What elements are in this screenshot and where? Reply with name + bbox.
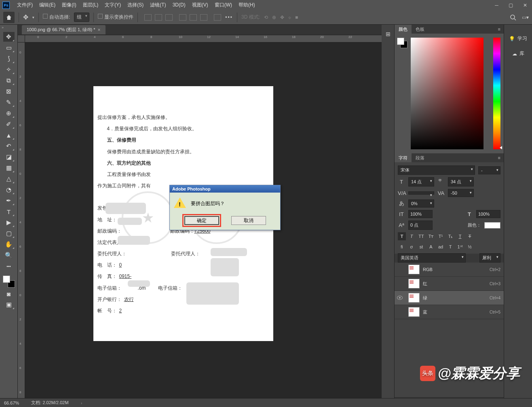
hand-tool[interactable]: ✋ <box>3 240 15 249</box>
menu-image[interactable]: 图像(I) <box>59 0 79 10</box>
font-family-select[interactable]: 宋体 <box>398 165 475 175</box>
auto-select-checkbox[interactable]: 自动选择: <box>43 14 70 21</box>
channel-row-红[interactable]: ▬▬▬▬▬▬红Ctrl+3 <box>395 277 504 291</box>
move-tool[interactable]: ✥ <box>3 32 15 42</box>
menu-3d[interactable]: 3D(D) <box>169 0 189 10</box>
menu-filter[interactable]: 滤镜(T) <box>147 0 169 10</box>
menu-select[interactable]: 选择(S) <box>124 0 147 10</box>
eraser-tool[interactable]: ◪ <box>3 152 15 162</box>
align-middle-icon[interactable] <box>190 14 197 21</box>
underline-button[interactable]: T <box>456 232 464 240</box>
text-color-swatch[interactable] <box>484 222 500 229</box>
language-select[interactable]: 美国英语 <box>398 253 466 263</box>
color-field[interactable] <box>411 38 483 149</box>
doc-info[interactable]: 文档: 2.02M/2.02M <box>31 400 68 406</box>
bold-button[interactable]: T <box>398 232 406 240</box>
vscale-input[interactable]: 0% <box>408 199 434 208</box>
tracking-input[interactable]: -50 <box>448 189 474 197</box>
antialias-select[interactable]: 犀利 <box>479 253 500 263</box>
path-select-tool[interactable]: ▶ <box>3 218 15 227</box>
cancel-button[interactable]: 取消 <box>231 216 266 225</box>
ruler-vertical[interactable]: 0 2 4 6 8 0 2 4 6 8 0 2 4 6 8 <box>18 42 25 407</box>
foreground-color[interactable] <box>3 276 10 283</box>
document-tab[interactable]: 1000.png @ 66.7% (图层 1, 绿/8) * × <box>22 25 106 34</box>
window-maximize-button[interactable]: ▢ <box>504 0 518 10</box>
edit-toolbar[interactable]: ••• <box>3 261 15 271</box>
char-panel-menu[interactable]: ≡ <box>495 155 504 160</box>
color-panel-menu[interactable]: ≡ <box>495 27 504 32</box>
gradient-tool[interactable]: ▦ <box>3 163 15 173</box>
show-transform-checkbox[interactable]: 显示变换控件 <box>98 14 133 21</box>
align-left-icon[interactable] <box>144 14 152 21</box>
visibility-toggle[interactable] <box>395 296 405 300</box>
align-right-icon[interactable] <box>165 14 173 21</box>
leading-input[interactable]: 34 点 <box>448 177 474 187</box>
menu-window[interactable]: 窗口(W) <box>211 0 235 10</box>
strike-button[interactable]: T <box>466 232 474 240</box>
menu-view[interactable]: 视图(V) <box>189 0 211 10</box>
healing-tool[interactable]: ⊕ <box>3 108 15 118</box>
half-button[interactable]: ½ <box>466 243 474 251</box>
font-size-input[interactable]: 14 点 <box>408 177 434 187</box>
marquee-tool[interactable]: ▭ <box>3 43 15 53</box>
tab-paragraph[interactable]: 段落 <box>412 153 429 162</box>
menu-file[interactable]: 文件(F) <box>14 0 36 10</box>
home-button[interactable] <box>3 12 15 23</box>
ok-button[interactable]: 确定 <box>184 216 219 225</box>
menu-type[interactable]: 文字(Y) <box>101 0 124 10</box>
ruler-horizontal[interactable]: 0 2 4 6 8 10 12 14 16 18 20 22 <box>25 35 382 42</box>
subscript-button[interactable]: T₁ <box>446 232 454 240</box>
history-brush-tool[interactable]: ↶ <box>3 141 15 151</box>
a-button[interactable]: A <box>427 243 435 251</box>
frame-tool[interactable]: ⊠ <box>3 87 15 96</box>
blur-tool[interactable]: △ <box>3 174 15 184</box>
color-swatches[interactable] <box>3 276 15 288</box>
library-panel-button[interactable]: ☁库 <box>504 46 532 61</box>
smallcaps-button[interactable]: Tᴛ <box>427 232 435 240</box>
channel-row-绿[interactable]: ▬▬▬▬▬▬绿Ctrl+4 <box>395 291 504 305</box>
align-center-h-icon[interactable] <box>155 14 162 21</box>
zoom-tool[interactable]: 🔍 <box>3 250 15 260</box>
distribute-h-icon[interactable] <box>214 14 221 21</box>
tab-swatches[interactable]: 色板 <box>412 25 429 34</box>
search-icon[interactable] <box>510 14 516 21</box>
channel-row-RGB[interactable]: ▬▬▬▬▬▬RGBCtrl+2 <box>395 263 504 277</box>
allcaps-button[interactable]: TT <box>417 232 425 240</box>
lasso-tool[interactable]: ⟆ <box>3 54 15 64</box>
baseline-input[interactable]: 0 点 <box>408 220 433 230</box>
type-tool[interactable]: T <box>3 207 15 216</box>
dock-icon-1[interactable]: ⊞ <box>384 30 392 38</box>
dodge-tool[interactable]: ◔ <box>3 185 15 195</box>
t-button[interactable]: T <box>446 243 454 251</box>
magic-wand-tool[interactable]: ✧ <box>3 65 15 74</box>
st-button[interactable]: st <box>417 243 425 251</box>
stamp-tool[interactable]: ▲ <box>3 130 15 140</box>
zoom-level[interactable]: 66.67% <box>4 401 19 405</box>
brush-tool[interactable]: ✐ <box>3 119 15 129</box>
ad-button[interactable]: ad <box>437 243 445 251</box>
screen-mode-tool[interactable]: ▣ <box>3 300 15 309</box>
learn-panel-button[interactable]: 💡学习 <box>504 31 532 46</box>
align-bottom-icon[interactable] <box>200 14 207 21</box>
kerning-input[interactable] <box>408 191 434 195</box>
hue-slider[interactable] <box>493 38 500 149</box>
fg-swatch[interactable] <box>397 38 404 45</box>
auto-select-dropdown[interactable]: 组 <box>74 13 89 22</box>
align-top-icon[interactable] <box>179 14 186 21</box>
pen-tool[interactable]: ✒ <box>3 196 15 206</box>
menu-layer[interactable]: 图层(L) <box>80 0 102 10</box>
superscript-button[interactable]: T¹ <box>437 232 445 240</box>
1st-button[interactable]: 1ˢᵗ <box>456 243 464 251</box>
eyedropper-tool[interactable]: ✎ <box>3 98 15 107</box>
tab-character[interactable]: 字符 <box>395 153 412 162</box>
hscale2-input[interactable]: 100% <box>476 210 500 218</box>
crop-tool[interactable]: ⧉ <box>3 76 15 85</box>
menu-edit[interactable]: 编辑(E) <box>36 0 59 10</box>
more-options-button[interactable]: ••• <box>225 15 233 20</box>
sigma-button[interactable]: σ <box>407 243 416 251</box>
channel-row-蓝[interactable]: ▬▬▬▬▬▬蓝Ctrl+5 <box>395 305 504 319</box>
workspace-switcher[interactable]: ▭▾ <box>522 15 529 20</box>
shape-tool[interactable]: ▢ <box>3 229 15 238</box>
window-minimize-button[interactable]: ─ <box>490 0 504 10</box>
hscale1-input[interactable]: 100% <box>408 210 433 218</box>
